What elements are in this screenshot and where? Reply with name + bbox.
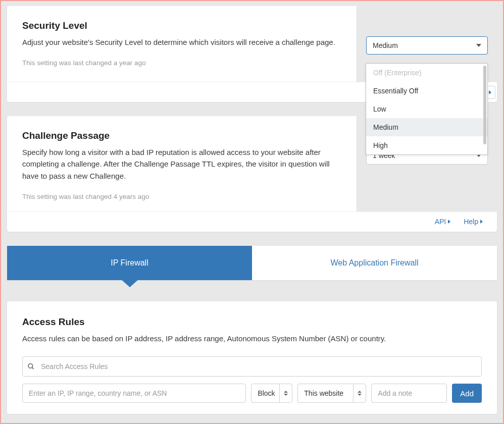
caret-up-icon <box>284 391 288 393</box>
access-rules-card: Access Rules Access rules can be based o… <box>7 301 497 414</box>
security-level-option-off: Off (Enterprise) <box>366 64 487 82</box>
caret-right-icon <box>448 220 450 224</box>
security-level-option-low[interactable]: Low <box>366 100 487 118</box>
svg-line-1 <box>32 367 33 369</box>
security-level-content: Security Level Adjust your website's Sec… <box>7 6 357 82</box>
dropdown-scrollbar[interactable] <box>483 66 486 144</box>
add-rule-button[interactable]: Add <box>452 384 482 403</box>
caret-right-icon <box>489 90 491 94</box>
security-level-option-medium[interactable]: Medium <box>366 118 487 136</box>
access-rules-add-row: Block This website Add <box>22 384 482 403</box>
security-level-title: Security Level <box>22 20 341 31</box>
access-rule-note-input[interactable] <box>371 384 447 403</box>
caret-down-icon <box>476 44 481 47</box>
tab-waf-label: Web Application Firewall <box>330 258 418 268</box>
challenge-passage-meta: This setting was last changed 4 years ag… <box>22 193 341 200</box>
access-rule-scope-select[interactable]: This website <box>297 384 366 403</box>
caret-down-icon <box>358 394 362 396</box>
access-rule-ip-input[interactable] <box>22 384 246 403</box>
tab-pointer-icon <box>121 279 139 287</box>
access-rules-desc: Access rules can be based on IP address,… <box>22 333 482 344</box>
challenge-passage-title: Challenge Passage <box>22 130 341 141</box>
challenge-passage-desc: Specify how long a visitor with a bad IP… <box>22 146 341 182</box>
security-level-option-high[interactable]: High <box>366 136 487 154</box>
firewall-tabs: IP Firewall Web Application Firewall <box>7 246 497 280</box>
help-link-label: Help <box>464 218 478 226</box>
caret-up-icon <box>358 391 362 393</box>
svg-point-0 <box>28 363 33 368</box>
access-rule-scope-stepper[interactable] <box>353 384 366 403</box>
caret-down-icon <box>284 394 288 396</box>
security-level-dropdown: Off (Enterprise) Essentially Off Low Med… <box>366 63 488 155</box>
tab-ip-firewall-label: IP Firewall <box>111 258 148 268</box>
security-level-select[interactable]: Medium <box>366 36 488 55</box>
help-link[interactable]: Help <box>464 218 483 226</box>
security-level-meta: This setting was last changed a year ago <box>22 59 341 67</box>
search-icon <box>27 363 35 370</box>
api-link[interactable]: API <box>435 218 451 226</box>
security-level-select-value: Medium <box>373 41 398 49</box>
access-rules-search-wrap <box>22 356 482 377</box>
tab-ip-firewall[interactable]: IP Firewall <box>7 246 252 280</box>
security-level-card: Security Level Adjust your website's Sec… <box>7 6 497 102</box>
security-level-option-essentially-off[interactable]: Essentially Off <box>366 82 487 100</box>
api-link-label: API <box>435 218 446 226</box>
access-rules-title: Access Rules <box>22 316 482 328</box>
access-rule-scope-value: This website <box>297 384 353 403</box>
security-level-dropdown-inner: Off (Enterprise) Essentially Off Low Med… <box>366 64 487 154</box>
challenge-passage-footer: API Help <box>7 211 497 232</box>
challenge-passage-content: Challenge Passage Specify how long a vis… <box>7 116 357 211</box>
access-rule-action-select[interactable]: Block <box>251 384 292 403</box>
tab-waf[interactable]: Web Application Firewall <box>252 246 497 280</box>
access-rules-search-input[interactable] <box>22 356 482 377</box>
access-rule-action-value: Block <box>251 384 279 403</box>
caret-right-icon <box>480 220 483 224</box>
access-rule-action-stepper[interactable] <box>279 384 292 403</box>
security-level-desc: Adjust your website's Security Level to … <box>22 36 341 48</box>
